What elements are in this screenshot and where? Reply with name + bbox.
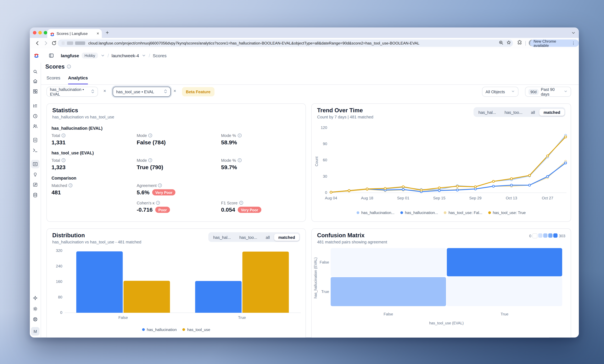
segmented-tab-matched[interactable]: matched — [539, 109, 564, 115]
redacted-chip — [67, 41, 73, 45]
traffic-minimize-button[interactable] — [38, 31, 42, 34]
search-icon[interactable] — [33, 69, 38, 74]
help-icon[interactable] — [148, 134, 152, 138]
scale-swatch — [548, 233, 553, 238]
zoom-icon[interactable] — [498, 40, 504, 45]
url-bar[interactable]: cloud.langfuse.com/project/cmhnuoj660070… — [58, 39, 513, 47]
info-icon[interactable] — [67, 64, 71, 68]
extensions-puzzle-icon[interactable] — [517, 40, 522, 45]
svg-text:True: True — [238, 315, 246, 320]
help-icon[interactable] — [156, 201, 160, 205]
playground-terminal-icon[interactable] — [33, 148, 38, 153]
svg-text:Sep 15: Sep 15 — [433, 196, 445, 200]
distribution-card: Distribution has_hallucination vs has_to… — [46, 228, 306, 338]
segmented-tab-all[interactable]: all — [261, 234, 274, 240]
card-subtitle: has_hallucination vs has_tool_use — [52, 115, 114, 119]
new-tab-button[interactable]: + — [106, 29, 109, 36]
whats-new-sparkle-icon[interactable] — [33, 295, 38, 301]
lightbulb-icon[interactable] — [33, 172, 38, 177]
sessions-clock-icon[interactable] — [33, 113, 38, 119]
segmented-tab-hastoo[interactable]: has_too... — [500, 109, 527, 115]
score1-select[interactable]: has_hallucination • EVAL — [46, 87, 98, 97]
remove-score2-icon[interactable]: × — [174, 88, 176, 94]
svg-text:120: 120 — [321, 126, 327, 130]
project-name[interactable]: launchweek-4 — [112, 53, 139, 58]
legend-label: has_hallucination — [147, 327, 177, 332]
traffic-zoom-button[interactable] — [44, 31, 47, 34]
segmented-tab-hastoo[interactable]: has_too... — [235, 234, 262, 240]
datasets-database-icon[interactable] — [33, 192, 38, 198]
trend-card: Trend Over Time Count by 7 days | 481 ma… — [311, 103, 571, 222]
svg-text:Sep 01: Sep 01 — [397, 196, 409, 200]
legend-item: has_tool_use: Fal... — [444, 211, 482, 215]
home-icon[interactable] — [33, 79, 38, 84]
segmented-tab-matched[interactable]: matched — [274, 234, 299, 240]
card-title: Trend Over Time — [317, 107, 363, 113]
help-icon[interactable] — [158, 184, 162, 188]
browser-window: Scores | Langfuse × + cloud.langfuse.com… — [30, 27, 579, 338]
breadcrumb-page[interactable]: Scores — [153, 53, 167, 58]
metric-label: Mode — [137, 158, 147, 163]
metric-label: Agreement — [137, 183, 156, 188]
remove-score1-icon[interactable]: × — [103, 88, 106, 94]
reload-icon[interactable] — [51, 40, 57, 46]
annotation-pen-icon[interactable] — [33, 182, 38, 187]
legend-label: has_hallucination... — [405, 211, 438, 215]
tab-search-chevron-icon[interactable] — [571, 30, 576, 37]
project-chevron-icon[interactable] — [142, 52, 146, 59]
users-icon[interactable] — [33, 124, 38, 129]
legend-label: has_hallucination... — [361, 211, 394, 215]
tab-analytics[interactable]: Analytics — [68, 75, 88, 84]
object-type-select[interactable]: All Objects — [482, 87, 518, 97]
settings-gear-icon[interactable] — [33, 306, 38, 312]
trend-legend: has_hallucination...has_hallucination...… — [312, 211, 571, 215]
confusion-matrix-grid — [331, 248, 562, 306]
forward-icon[interactable] — [43, 40, 49, 46]
help-icon[interactable] — [62, 158, 66, 162]
scores-icon[interactable] — [33, 161, 38, 167]
user-avatar[interactable]: M — [31, 327, 39, 336]
page-tabs: Scores Analytics — [46, 75, 88, 84]
org-chevron-icon[interactable] — [101, 52, 105, 59]
confusion-col-label: True — [447, 312, 562, 316]
segmented-tab-hashal[interactable]: has_hal... — [209, 234, 235, 240]
metric-value: 481 — [51, 189, 73, 195]
site-chip — [62, 41, 65, 45]
support-lifebuoy-icon[interactable] — [33, 317, 38, 322]
new-chrome-available-button[interactable]: New Chrome available ⋮ — [530, 39, 579, 47]
card-title: Confusion Matrix — [317, 232, 365, 238]
svg-text:0: 0 — [325, 190, 327, 195]
date-range-select[interactable]: 90d Past 90 days — [525, 87, 571, 97]
metric-label: F1 Score — [221, 201, 238, 205]
segmented-tab-all[interactable]: all — [527, 109, 539, 115]
card-subtitle: Count by 7 days | 481 matched — [317, 115, 373, 119]
help-icon[interactable] — [239, 201, 243, 205]
legend-dot — [142, 328, 145, 331]
confusion-x-axis-label: has_tool_use (EVAL) — [331, 321, 562, 325]
prompts-file-code-icon[interactable] — [33, 138, 38, 143]
back-icon[interactable] — [35, 40, 40, 46]
help-icon[interactable] — [62, 134, 66, 138]
help-icon[interactable] — [238, 134, 241, 138]
traces-tree-icon[interactable] — [33, 103, 38, 109]
tab-close-icon[interactable]: × — [97, 31, 99, 36]
page-title: Scores — [45, 63, 71, 70]
help-icon[interactable] — [238, 158, 241, 162]
metric-label: Cohen's κ — [137, 201, 155, 205]
trend-line-chart: 0306090120Aug 04Aug 18Sep 01Sep 15Sep 29… — [314, 123, 569, 205]
help-icon[interactable] — [148, 158, 152, 162]
updown-icon — [91, 89, 94, 94]
browser-tab[interactable]: Scores | Langfuse × — [47, 29, 102, 38]
tab-scores[interactable]: Scores — [46, 75, 60, 84]
traffic-close-button[interactable] — [33, 31, 36, 34]
kebab-menu-icon[interactable]: ⋮ — [571, 41, 575, 45]
org-name[interactable]: langfuse — [61, 53, 79, 58]
metric-value: False (784) — [137, 139, 166, 145]
help-icon[interactable] — [69, 184, 73, 188]
dashboard-grid-icon[interactable] — [33, 89, 38, 94]
segmented-tab-hashal[interactable]: has_hal... — [474, 109, 500, 115]
toolbar-divider — [525, 41, 526, 46]
sidebar-toggle-icon[interactable] — [49, 53, 54, 59]
score2-select[interactable]: has_tool_use • EVAL — [113, 87, 171, 97]
bookmark-star-icon[interactable] — [506, 40, 511, 45]
